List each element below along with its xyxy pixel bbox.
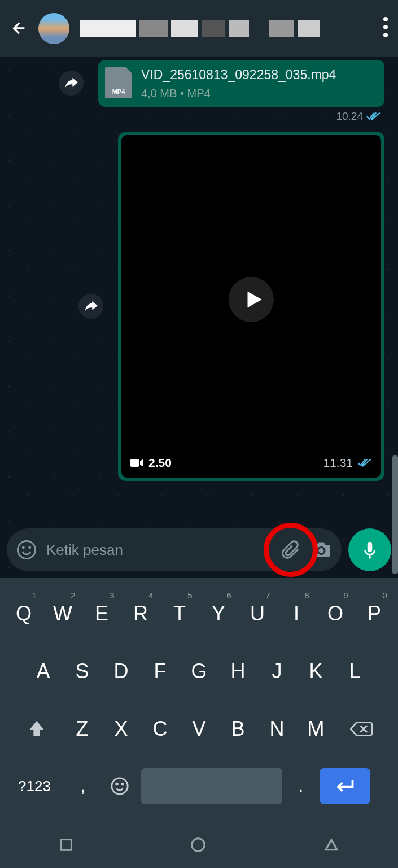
- key-v[interactable]: V: [181, 702, 217, 756]
- key-z[interactable]: Z: [64, 702, 100, 756]
- contact-name[interactable]: [80, 17, 373, 40]
- key-m[interactable]: M: [298, 702, 334, 756]
- video-message-bubble[interactable]: 2.50 11.31: [118, 132, 384, 481]
- svg-point-4: [18, 541, 35, 558]
- key-q[interactable]: Q1: [6, 587, 42, 640]
- video-camera-icon: [130, 458, 144, 468]
- key-b[interactable]: B: [220, 702, 256, 756]
- file-message-bubble[interactable]: MP4 VID_25610813_092258_035.mp4 4,0 MB •…: [98, 60, 384, 107]
- message-input-pill: Ketik pesan: [7, 528, 342, 571]
- key-h[interactable]: H: [220, 645, 256, 698]
- recent-apps-button[interactable]: [58, 837, 74, 855]
- key-w[interactable]: W2: [45, 587, 81, 640]
- key-s[interactable]: S: [64, 645, 100, 698]
- key-d[interactable]: D: [103, 645, 139, 698]
- svg-point-2: [383, 33, 388, 37]
- key-g[interactable]: G: [181, 645, 217, 698]
- svg-point-0: [383, 17, 388, 21]
- key-t[interactable]: T5: [161, 587, 198, 640]
- emoji-button[interactable]: [17, 540, 36, 559]
- comma-key[interactable]: ,: [68, 776, 98, 796]
- key-c[interactable]: C: [142, 702, 178, 756]
- space-key[interactable]: [141, 768, 282, 804]
- file-meta: 4,0 MB • MP4: [141, 87, 378, 100]
- virtual-keyboard: Q1W2E3R4T5Y6U7I8O9P0 ASDFGHJKL ZXCVBNM ?…: [0, 578, 398, 868]
- more-menu-button[interactable]: [383, 17, 388, 40]
- file-type-icon: MP4: [105, 67, 132, 98]
- message-input-bar: Ketik pesan: [7, 527, 391, 572]
- svg-rect-7: [369, 555, 371, 558]
- read-receipt-icon: [366, 111, 381, 121]
- key-r[interactable]: R4: [123, 587, 159, 640]
- key-y[interactable]: Y6: [200, 587, 237, 640]
- key-u[interactable]: U7: [239, 587, 276, 640]
- svg-rect-11: [60, 840, 71, 850]
- voice-message-button[interactable]: [348, 528, 391, 571]
- svg-point-8: [112, 778, 128, 794]
- back-button[interactable]: [10, 19, 28, 37]
- key-a[interactable]: A: [25, 645, 62, 698]
- chat-header: [0, 0, 398, 57]
- home-button[interactable]: [190, 836, 207, 856]
- file-name: VID_25610813_092258_035.mp4: [141, 67, 378, 84]
- svg-point-12: [192, 839, 205, 852]
- forward-icon[interactable]: [78, 294, 103, 319]
- key-i[interactable]: I8: [278, 587, 315, 640]
- android-nav-bar: [0, 824, 398, 868]
- svg-point-5: [22, 546, 25, 549]
- shift-key[interactable]: [11, 702, 63, 756]
- key-e[interactable]: E3: [84, 587, 120, 640]
- key-n[interactable]: N: [259, 702, 295, 756]
- back-nav-button[interactable]: [323, 836, 340, 856]
- key-l[interactable]: L: [336, 645, 373, 698]
- svg-point-10: [122, 783, 124, 785]
- play-button[interactable]: [229, 277, 274, 322]
- chat-messages[interactable]: MP4 VID_25610813_092258_035.mp4 4,0 MB •…: [0, 57, 398, 578]
- svg-point-9: [116, 783, 118, 785]
- attach-button[interactable]: [281, 540, 301, 560]
- key-j[interactable]: J: [259, 645, 295, 698]
- camera-button[interactable]: [311, 540, 331, 560]
- key-p[interactable]: P0: [356, 587, 393, 640]
- message-time: 10.24: [98, 110, 381, 123]
- key-x[interactable]: X: [103, 702, 139, 756]
- message-input[interactable]: Ketik pesan: [46, 541, 270, 559]
- scrollbar[interactable]: [392, 455, 398, 574]
- read-receipt-icon: [357, 458, 372, 468]
- video-duration: 2.50: [130, 456, 172, 470]
- forward-icon[interactable]: [59, 71, 84, 96]
- message-time: 11.31: [323, 456, 372, 470]
- emoji-key[interactable]: [102, 776, 138, 796]
- period-key[interactable]: .: [286, 776, 316, 796]
- svg-point-6: [28, 546, 31, 549]
- symbols-key[interactable]: ?123: [5, 778, 64, 795]
- svg-rect-3: [130, 459, 139, 467]
- key-k[interactable]: K: [298, 645, 334, 698]
- key-o[interactable]: O9: [317, 587, 354, 640]
- contact-avatar[interactable]: [38, 13, 69, 44]
- backspace-key[interactable]: [335, 702, 387, 756]
- video-thumbnail[interactable]: 2.50 11.31: [121, 135, 381, 478]
- key-f[interactable]: F: [142, 645, 178, 698]
- enter-key[interactable]: [320, 768, 370, 804]
- svg-point-1: [383, 25, 388, 29]
